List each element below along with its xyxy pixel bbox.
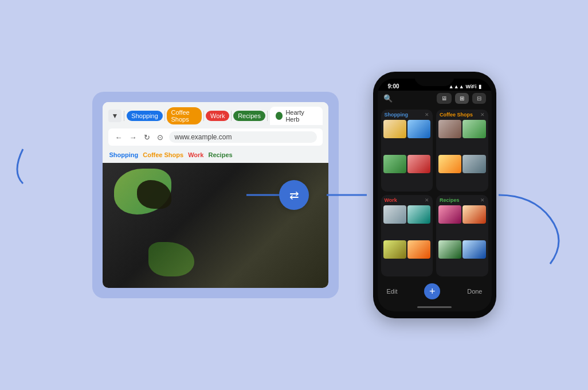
- work-mini-tabs: [381, 205, 433, 277]
- close-shopping[interactable]: ✕: [425, 112, 429, 118]
- mini-tab-recipe-3[interactable]: [438, 240, 461, 259]
- active-tab-favicon: [276, 112, 283, 120]
- tab-group-card-work[interactable]: Work ✕: [381, 195, 433, 277]
- phone-screen: 9:00 ▲▲▲ WiFi ▮ 🔍 🖥 ⊞ ⊟: [378, 79, 492, 311]
- add-tab-button[interactable]: +: [424, 283, 440, 299]
- tab-group-card-recipes[interactable]: Recipes ✕: [436, 195, 488, 277]
- tab-group-header-work: Work ✕: [381, 195, 433, 205]
- tab-group-name-recipes: Recipes: [440, 197, 460, 203]
- tab-divider-1: [124, 111, 124, 121]
- active-tab[interactable]: Hearty Herb: [270, 107, 323, 125]
- signal-icon: ▲▲▲: [449, 84, 464, 89]
- desktop-view-btn[interactable]: 🖥: [437, 93, 452, 104]
- tab-chip-shopping[interactable]: Shopping: [127, 111, 163, 121]
- back-button[interactable]: ←: [114, 133, 124, 142]
- mini-tab-coffee-3[interactable]: [438, 155, 461, 173]
- mini-tab-shopping-3[interactable]: [383, 155, 406, 173]
- mini-tab-coffee-1[interactable]: [438, 120, 461, 138]
- tab-divider-3: [203, 111, 204, 121]
- status-icons: ▲▲▲ WiFi ▮: [449, 84, 481, 89]
- active-tab-label: Hearty Herb: [285, 109, 316, 123]
- phone-frame: 9:00 ▲▲▲ WiFi ▮ 🔍 🖥 ⊞ ⊟: [373, 72, 496, 318]
- tab-group-header-shopping: Shopping ✕: [381, 110, 433, 120]
- mini-tab-work-4[interactable]: [407, 240, 430, 259]
- tab-chip-coffee[interactable]: Coffee Shops: [167, 107, 202, 124]
- address-bar[interactable]: www.example.com: [169, 131, 317, 143]
- mini-tab-recipe-1[interactable]: [438, 205, 461, 224]
- tab-group-name-coffee: Coffee Shops: [440, 112, 473, 118]
- phone-notch: [414, 72, 454, 86]
- tab-divider-2: [164, 111, 165, 121]
- mini-tab-work-3[interactable]: [383, 240, 406, 259]
- tab-dropdown[interactable]: ▼: [108, 110, 122, 122]
- phone-wrapper: 9:00 ▲▲▲ WiFi ▮ 🔍 🖥 ⊞ ⊟: [373, 72, 496, 318]
- mini-tab-work-1[interactable]: [383, 205, 406, 224]
- mini-tab-recipe-4[interactable]: [462, 240, 485, 259]
- recipes-mini-tabs: [436, 205, 488, 277]
- swap-connector: ⇄: [279, 180, 309, 210]
- group-label-work[interactable]: Work: [188, 151, 203, 158]
- edit-button[interactable]: Edit: [387, 288, 398, 295]
- herb-decoration: [148, 242, 194, 276]
- main-scene: ▼ Shopping Coffee Shops Work Recipes: [0, 0, 588, 390]
- grid-view-btn[interactable]: ⊞: [455, 93, 469, 104]
- tab-group-bar: Shopping Coffee Shops Work Recipes: [108, 149, 323, 158]
- tab-group-chips: Shopping Coffee Shops Work Recipes: [127, 107, 267, 124]
- mini-tab-coffee-4[interactable]: [462, 155, 485, 173]
- wifi-icon: WiFi: [466, 84, 477, 89]
- home-bar: [417, 306, 452, 308]
- swap-icon: ⇄: [279, 180, 309, 210]
- forward-button[interactable]: →: [128, 133, 138, 142]
- shopping-mini-tabs: [381, 120, 433, 192]
- tab-divider-5: [267, 111, 268, 121]
- close-work[interactable]: ✕: [425, 197, 429, 203]
- phone-time: 9:00: [388, 83, 399, 89]
- tab-bar: ▼ Shopping Coffee Shops Work Recipes: [108, 107, 323, 125]
- tab-chip-work[interactable]: Work: [206, 111, 229, 121]
- mini-tab-shopping-4[interactable]: [407, 155, 430, 173]
- group-label-recipes[interactable]: Recipes: [208, 151, 232, 158]
- mini-tab-shopping-1[interactable]: [383, 120, 406, 138]
- close-coffee[interactable]: ✕: [480, 112, 485, 118]
- phone-bottom-bar: Edit + Done: [378, 280, 492, 304]
- tab-chip-recipes[interactable]: Recipes: [233, 111, 265, 121]
- browser-toolbar: ▼ Shopping Coffee Shops Work Recipes: [103, 102, 328, 163]
- mini-tab-coffee-2[interactable]: [462, 120, 485, 138]
- mini-tab-work-2[interactable]: [407, 205, 430, 224]
- phone-toolbar: 🔍 🖥 ⊞ ⊟: [378, 91, 492, 106]
- list-view-btn[interactable]: ⊟: [472, 93, 486, 104]
- tab-group-header-recipes: Recipes ✕: [436, 195, 488, 205]
- battery-icon: ▮: [479, 84, 481, 89]
- mini-tab-recipe-2[interactable]: [462, 205, 485, 224]
- phone-home-indicator: [378, 304, 492, 311]
- tab-group-card-coffee[interactable]: Coffee Shops ✕: [436, 110, 488, 192]
- tab-group-name-work: Work: [385, 197, 397, 203]
- tab-divider-4: [231, 111, 232, 121]
- done-button[interactable]: Done: [467, 288, 482, 295]
- tab-group-header-coffee: Coffee Shops ✕: [436, 110, 488, 120]
- nav-bar: ← → ↻ ⊙ www.example.com: [108, 128, 323, 146]
- reload-button[interactable]: ↻: [143, 133, 151, 142]
- tab-group-name-shopping: Shopping: [385, 112, 409, 118]
- tab-group-card-shopping[interactable]: Shopping ✕: [381, 110, 433, 192]
- tab-grid-container: Shopping ✕ Coffee Shops: [378, 106, 492, 280]
- close-recipes[interactable]: ✕: [480, 197, 485, 203]
- group-label-shopping[interactable]: Shopping: [109, 151, 139, 158]
- site-info-button[interactable]: ⊙: [156, 133, 164, 142]
- search-icon[interactable]: 🔍: [383, 94, 393, 103]
- mini-tab-shopping-2[interactable]: [407, 120, 430, 138]
- group-label-coffee[interactable]: Coffee Shops: [143, 151, 183, 158]
- coffee-mini-tabs: [436, 120, 488, 192]
